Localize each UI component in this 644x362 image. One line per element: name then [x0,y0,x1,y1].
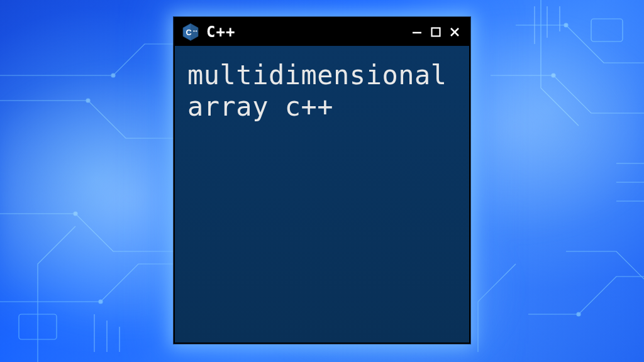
svg-rect-15 [432,28,440,36]
maximize-icon [430,26,442,38]
window-controls [409,24,463,40]
cpp-logo-icon: C + + [181,23,200,41]
svg-text:+: + [193,29,195,33]
close-button[interactable] [447,24,463,40]
terminal-content[interactable]: multidimensional array c++ [175,46,469,343]
minimize-icon [411,26,423,38]
svg-text:C: C [186,28,191,37]
svg-text:+: + [195,29,197,33]
terminal-window: C + + C++ mul [174,17,470,344]
close-icon [448,26,461,38]
maximize-button[interactable] [428,24,444,40]
minimize-button[interactable] [409,24,425,40]
window-title: C++ [206,23,402,41]
titlebar[interactable]: C + + C++ [175,18,469,46]
